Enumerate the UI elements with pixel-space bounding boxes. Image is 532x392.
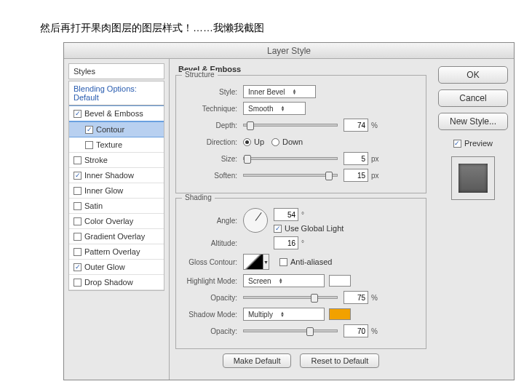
item-drop-shadow[interactable]: Drop Shadow [69, 275, 164, 290]
highlight-opacity-input[interactable] [344, 291, 368, 304]
altitude-label: Altitude: [183, 239, 243, 247]
checkbox-pattern-overlay[interactable] [74, 248, 82, 256]
item-blending-options[interactable]: Blending Options: Default [69, 81, 164, 105]
checkbox-outer-glow[interactable] [74, 263, 82, 271]
structure-group: Structure Style: Inner Bevel▲▼ Technique… [175, 75, 426, 193]
shadow-mode-label: Shadow Mode: [183, 311, 243, 319]
gloss-contour-picker[interactable] [243, 254, 263, 270]
label: Contour [96, 125, 124, 134]
ok-button[interactable]: OK [438, 66, 508, 84]
gloss-contour-label: Gloss Contour: [183, 258, 243, 266]
checkbox-gradient-overlay[interactable] [74, 233, 82, 241]
soften-label: Soften: [183, 172, 243, 180]
styles-sidebar: Styles Blending Options: Default Bevel &… [64, 59, 170, 380]
new-style-button[interactable]: New Style... [438, 113, 508, 130]
style-value: Inner Bevel [248, 88, 285, 96]
cancel-button[interactable]: Cancel [438, 89, 508, 107]
depth-input[interactable] [344, 119, 368, 132]
label: Pattern Overlay [84, 247, 140, 256]
shadow-opacity-unit: % [371, 327, 378, 335]
size-label: Size: [183, 155, 243, 163]
item-outer-glow[interactable]: Outer Glow [69, 260, 164, 275]
soften-slider[interactable] [243, 174, 338, 177]
technique-value: Smooth [248, 105, 273, 113]
item-bevel-emboss[interactable]: Bevel & Emboss [69, 105, 164, 121]
checkbox-color-overlay[interactable] [74, 217, 82, 225]
checkbox-texture[interactable] [85, 141, 93, 149]
preview-toggle[interactable]: Preview [453, 139, 493, 148]
shadow-color-swatch[interactable] [329, 308, 351, 320]
highlight-color-swatch[interactable] [329, 275, 351, 287]
chevron-updown-icon: ▲▼ [293, 89, 297, 95]
down-label: Down [282, 137, 303, 146]
styles-header[interactable]: Styles [68, 63, 164, 79]
technique-select[interactable]: Smooth▲▼ [243, 102, 306, 115]
checkbox-bevel[interactable] [74, 110, 82, 118]
angle-dial[interactable] [243, 208, 268, 233]
global-light-checkbox[interactable] [274, 225, 282, 233]
checkbox-contour[interactable] [85, 126, 93, 134]
item-stroke[interactable]: Stroke [69, 153, 164, 168]
item-inner-glow[interactable]: Inner Glow [69, 183, 164, 199]
highlight-opacity-slider[interactable] [243, 296, 338, 299]
item-texture[interactable]: Texture [69, 137, 164, 153]
item-inner-shadow[interactable]: Inner Shadow [69, 168, 164, 183]
checkbox-inner-glow[interactable] [74, 187, 82, 195]
slider-thumb[interactable] [247, 121, 254, 130]
item-contour[interactable]: Contour [69, 121, 164, 137]
shadow-opacity-label: Opacity: [183, 327, 243, 335]
label: Gradient Overlay [84, 232, 145, 241]
page-caption: 然后再打开果肉图层的图层样式！……我懒我截图 [40, 22, 532, 35]
slider-thumb[interactable] [325, 172, 333, 180]
label: Texture [96, 140, 122, 149]
shading-legend: Shading [182, 193, 215, 201]
anti-aliased-label: Anti-aliased [290, 257, 332, 266]
shadow-opacity-input[interactable] [344, 324, 368, 337]
depth-slider[interactable] [243, 124, 338, 127]
shadow-opacity-slider[interactable] [243, 329, 338, 332]
style-select[interactable]: Inner Bevel▲▼ [243, 85, 316, 98]
highlight-mode-select[interactable]: Screen▲▼ [243, 274, 325, 287]
direction-down-radio[interactable] [271, 138, 279, 146]
chevron-updown-icon: ▲▼ [280, 105, 285, 111]
checkbox-stroke[interactable] [74, 156, 82, 164]
item-pattern-overlay[interactable]: Pattern Overlay [69, 244, 164, 260]
direction-up-radio[interactable] [243, 138, 251, 146]
anti-aliased-checkbox[interactable] [279, 258, 287, 266]
soften-input[interactable] [344, 169, 368, 182]
item-color-overlay[interactable]: Color Overlay [69, 214, 164, 229]
preview-box [451, 156, 495, 200]
slider-thumb[interactable] [244, 155, 251, 164]
item-gradient-overlay[interactable]: Gradient Overlay [69, 229, 164, 244]
slider-thumb[interactable] [306, 327, 314, 336]
soften-unit: px [371, 172, 379, 180]
label: Drop Shadow [84, 278, 133, 287]
slider-thumb[interactable] [311, 294, 318, 303]
size-slider[interactable] [243, 157, 338, 160]
shadow-mode-value: Multiply [248, 311, 273, 319]
depth-unit: % [371, 121, 378, 129]
reset-default-button[interactable]: Reset to Default [300, 353, 379, 368]
settings-panel: Bevel & Emboss Structure Style: Inner Be… [170, 59, 432, 380]
label: Stroke [84, 156, 108, 164]
action-column: OK Cancel New Style... Preview [432, 59, 514, 380]
highlight-mode-label: Highlight Mode: [183, 277, 243, 285]
technique-label: Technique: [183, 105, 243, 113]
shadow-mode-select[interactable]: Multiply▲▼ [243, 308, 325, 321]
global-light-label: Use Global Light [285, 224, 344, 233]
size-input[interactable] [344, 152, 368, 165]
angle-unit: ° [301, 211, 304, 219]
label: Color Overlay [84, 217, 133, 225]
checkbox-satin[interactable] [74, 202, 82, 210]
altitude-input[interactable] [274, 236, 298, 249]
checkbox-drop-shadow[interactable] [74, 279, 82, 287]
dialog-title: Layer Style [64, 43, 514, 59]
layer-style-dialog: Layer Style Styles Blending Options: Def… [63, 42, 515, 380]
make-default-button[interactable]: Make Default [223, 353, 292, 368]
angle-input[interactable] [274, 208, 298, 221]
item-satin[interactable]: Satin [69, 199, 164, 214]
checkbox-inner-shadow[interactable] [74, 172, 82, 180]
preview-checkbox[interactable] [453, 140, 461, 148]
up-label: Up [254, 137, 264, 146]
gloss-contour-dropdown[interactable]: ▼ [263, 254, 269, 270]
